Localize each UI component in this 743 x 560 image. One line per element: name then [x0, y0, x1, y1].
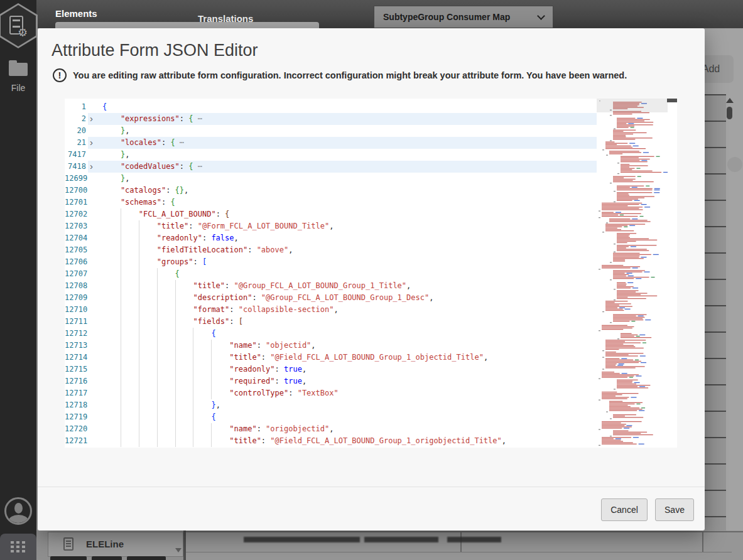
- editor-scrollbar-thumb[interactable]: [667, 99, 677, 102]
- code-line[interactable]: 12701"schemas": {: [65, 197, 677, 208]
- dialog-footer: Cancel Save: [38, 487, 705, 530]
- apps-panel[interactable]: [0, 534, 36, 560]
- tab-translations[interactable]: Translations: [198, 13, 253, 24]
- code-line[interactable]: 12703"title": "@Form_FCL_A_LOT_BOUND_Tit…: [65, 220, 677, 232]
- indent-guide: [157, 387, 158, 399]
- code-line[interactable]: 12709"description": "@Group_FCL_A_LOT_BO…: [65, 292, 677, 304]
- tab-elements[interactable]: Elements: [55, 8, 97, 19]
- line-number: 7418: [65, 161, 86, 173]
- indent-guide: [193, 423, 193, 435]
- indent-guide: [121, 363, 121, 375]
- code-line[interactable]: 12714"title": "@Field_FCL_A_LOT_BOUND_Gr…: [65, 352, 677, 363]
- code-text: "format": "collapsible-section",: [193, 304, 338, 316]
- indent-guide: [139, 328, 139, 340]
- indent-guide: [175, 423, 176, 435]
- app-window: Add ELELine Elements Translations Subtyp…: [0, 0, 743, 560]
- indent-guide: [193, 387, 193, 399]
- line-number: 12709: [65, 292, 86, 304]
- dropdown-selected-value: SubtypeGroup Consumer Map: [383, 12, 538, 22]
- code-line[interactable]: 12720"name": "origobjectid",: [65, 423, 677, 435]
- code-line[interactable]: 12718},: [65, 399, 677, 411]
- code-text: {: [175, 268, 180, 280]
- line-number: 12713: [65, 340, 86, 352]
- code-text: },: [121, 149, 129, 161]
- line-number: 12716: [65, 375, 86, 387]
- indent-guide: [121, 268, 121, 280]
- indent-guide: [157, 375, 158, 387]
- indent-guide: [175, 363, 176, 375]
- code-line[interactable]: 12705"fieldTitleLocation": "above",: [65, 244, 677, 256]
- indent-guide: [139, 244, 139, 256]
- indent-guide: [175, 387, 176, 399]
- code-line[interactable]: 12719{: [65, 411, 677, 423]
- indent-guide: [121, 435, 121, 447]
- indent-guide: [121, 232, 121, 244]
- code-text: "title": "@Field_FCL_A_LOT_BOUND_Group_1…: [229, 435, 506, 447]
- indent-guide: [175, 304, 176, 316]
- fold-chevron-icon[interactable]: ›: [90, 160, 100, 172]
- account-icon[interactable]: [4, 497, 32, 525]
- indent-guide: [157, 328, 158, 340]
- code-line[interactable]: 7418›"codedValues": { ⋯: [65, 161, 677, 173]
- code-line[interactable]: 12702"FCL_A_LOT_BOUND": {: [65, 208, 677, 220]
- indent-guide: [175, 352, 176, 363]
- line-number: 12705: [65, 244, 86, 256]
- indent-guide: [175, 328, 176, 340]
- indent-guide: [175, 340, 176, 352]
- code-line[interactable]: 12717"controlType": "TextBox": [65, 387, 677, 399]
- indent-guide: [211, 387, 212, 399]
- line-number: 12711: [65, 316, 86, 328]
- fold-chevron-icon[interactable]: ›: [90, 136, 100, 148]
- code-area[interactable]: 1{2›"expressions": { ⋯20},21›"locales": …: [65, 101, 677, 448]
- line-number: 12701: [65, 197, 86, 208]
- code-line[interactable]: 12721"title": "@Field_FCL_A_LOT_BOUND_Gr…: [65, 435, 677, 447]
- code-line[interactable]: 20},: [65, 125, 677, 137]
- code-line[interactable]: 12700"catalogs": {},: [65, 185, 677, 197]
- code-line[interactable]: 12715"readonly": true,: [65, 363, 677, 375]
- indent-guide: [157, 399, 158, 411]
- indent-guide: [139, 340, 139, 352]
- line-number: 12708: [65, 280, 86, 292]
- code-text: "readonly": true,: [229, 363, 306, 375]
- code-line[interactable]: 12713"name": "objectid",: [65, 340, 677, 352]
- code-text: {: [211, 411, 215, 423]
- left-sidebar: ⚙ File: [0, 0, 36, 560]
- app-logo-icon[interactable]: ⚙: [0, 3, 38, 48]
- indent-guide: [157, 423, 158, 435]
- apps-grid-icon: [11, 541, 26, 554]
- code-line[interactable]: 12704"readonly": false,: [65, 232, 677, 244]
- indent-guide: [121, 375, 121, 387]
- save-button[interactable]: Save: [655, 498, 694, 521]
- code-line[interactable]: 12707{: [65, 268, 677, 280]
- code-line[interactable]: 12711"fields": [: [65, 316, 677, 328]
- sidebar-item-file[interactable]: File: [0, 83, 36, 93]
- cancel-button[interactable]: Cancel: [601, 498, 648, 521]
- json-code-editor[interactable]: 1{2›"expressions": { ⋯20},21›"locales": …: [65, 99, 677, 448]
- chevron-down-icon: [537, 12, 545, 20]
- code-line[interactable]: 2›"expressions": { ⋯: [65, 113, 677, 125]
- folder-icon[interactable]: [9, 63, 28, 76]
- code-line[interactable]: 1{: [65, 101, 677, 113]
- gear-icon: ⚙: [18, 27, 28, 38]
- indent-guide: [157, 352, 158, 363]
- code-line[interactable]: 12699},: [65, 173, 677, 185]
- indent-guide: [139, 375, 139, 387]
- editor-minimap[interactable]: [597, 99, 668, 448]
- line-number: 12717: [65, 387, 86, 399]
- indent-guide: [139, 352, 139, 363]
- code-text: "expressions": { ⋯: [121, 113, 202, 125]
- code-text: "title": "@Field_FCL_A_LOT_BOUND_Group_1…: [229, 352, 488, 363]
- code-line[interactable]: 12716"required": true,: [65, 375, 677, 387]
- map-selector-dropdown[interactable]: SubtypeGroup Consumer Map: [374, 6, 553, 28]
- code-line[interactable]: 21›"locales": { ⋯: [65, 137, 677, 149]
- code-line[interactable]: 12708"title": "@Group_FCL_A_LOT_BOUND_Gr…: [65, 280, 677, 292]
- code-line[interactable]: 12712{: [65, 328, 677, 340]
- code-line[interactable]: 12710"format": "collapsible-section",: [65, 304, 677, 316]
- fold-chevron-icon[interactable]: ›: [90, 112, 100, 124]
- code-text: "groups": [: [157, 256, 207, 268]
- indent-guide: [175, 411, 176, 423]
- code-line[interactable]: 7417},: [65, 149, 677, 161]
- indent-guide: [157, 340, 158, 352]
- indent-guide: [139, 256, 139, 268]
- code-line[interactable]: 12706"groups": [: [65, 256, 677, 268]
